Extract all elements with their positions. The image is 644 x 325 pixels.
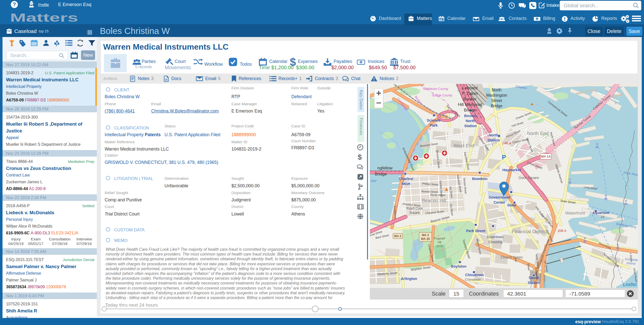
svg-text:Government: Government	[489, 195, 510, 199]
svg-text:1: 1	[536, 18, 538, 20]
svg-text:Middlesex County: Middlesex County	[423, 87, 448, 91]
svg-text:MA 2: MA 2	[394, 234, 401, 238]
svg-text:MA 1A: MA 1A	[541, 155, 551, 158]
svg-text:Station: Station	[528, 281, 540, 285]
svg-text:District: District	[626, 261, 636, 266]
svg-text:P: P	[502, 154, 506, 161]
svg-text:Beacon Hill: Beacon Hill	[422, 198, 446, 203]
svg-text:North: North	[492, 88, 501, 92]
svg-text:Science: Science	[427, 118, 441, 122]
svg-text:Bridge: Bridge	[464, 108, 476, 112]
svg-text:10 m: 10 m	[436, 244, 443, 247]
svg-text:State: State	[507, 203, 516, 207]
svg-text:Hill Memorial: Hill Memorial	[458, 102, 482, 107]
svg-text:MA 28: MA 28	[421, 237, 430, 241]
svg-text:Chinatown: Chinatown	[465, 273, 484, 277]
svg-text:Charles/: Charles/	[399, 177, 413, 181]
svg-text:Aquarium: Aquarium	[592, 211, 609, 215]
svg-text:Waterfront: Waterfront	[565, 211, 585, 215]
svg-text:Crossing: Crossing	[488, 240, 502, 244]
svg-text:Center: Center	[494, 200, 505, 204]
svg-text:Ralph Cook: Ralph Cook	[406, 207, 423, 210]
svg-text:Park Street: Park Street	[466, 229, 486, 233]
svg-text:Revere Street: Revere Street	[422, 190, 438, 193]
svg-text:Chinatown: Chinatown	[465, 278, 481, 281]
svg-text:Square: Square	[410, 211, 420, 214]
svg-text:Bridge: Bridge	[491, 104, 502, 108]
svg-text:Leonard: Leonard	[462, 86, 478, 90]
svg-text:Suffolk County: Suffolk County	[432, 94, 452, 97]
svg-text:20B·A: 20B·A	[557, 229, 567, 233]
svg-text:MA 2: MA 2	[422, 233, 429, 237]
svg-text:Haymarket: Haymarket	[502, 168, 521, 172]
svg-text:South: South	[529, 276, 539, 280]
svg-text:Station: Station	[487, 138, 500, 142]
svg-text:North: North	[466, 119, 475, 123]
svg-text:Bunker: Bunker	[463, 97, 477, 101]
svg-text:Flagstaff: Flagstaff	[434, 237, 445, 240]
svg-text:Street: Street	[527, 263, 531, 271]
svg-text:iver: iver	[371, 179, 377, 183]
svg-text:Financial District: Financial District	[512, 229, 547, 234]
svg-text:ngfellow: ngfellow	[377, 166, 393, 170]
svg-text:Street: Street	[491, 98, 502, 103]
svg-text:24B·A: 24B·A	[502, 141, 511, 145]
svg-text:Dock Square: Dock Square	[519, 176, 539, 180]
svg-text:North: North	[489, 133, 499, 137]
svg-text:23: 23	[600, 215, 604, 219]
svg-text:MGH: MGH	[402, 182, 410, 186]
svg-text:Arlington: Arlington	[401, 277, 417, 281]
svg-text:West End: West End	[454, 143, 474, 148]
svg-text:Hill: Hill	[437, 241, 441, 244]
svg-text:1: 1	[360, 61, 362, 64]
svg-text:North End: North End	[527, 131, 549, 136]
svg-text:Downtown: Downtown	[487, 235, 503, 239]
svg-text:Park: Park	[430, 123, 438, 127]
svg-text:Boylston: Boylston	[451, 264, 466, 268]
svg-text:Church Green: Church Green	[501, 255, 523, 259]
svg-text:Bridge: Bridge	[375, 172, 387, 176]
svg-text:P. Zakim: P. Zakim	[462, 91, 478, 96]
svg-text:Bowdoin: Bowdoin	[472, 177, 487, 181]
svg-text:Boston: Boston	[464, 114, 477, 118]
svg-text:Washington: Washington	[486, 93, 507, 97]
svg-text:Station: Station	[464, 124, 476, 128]
